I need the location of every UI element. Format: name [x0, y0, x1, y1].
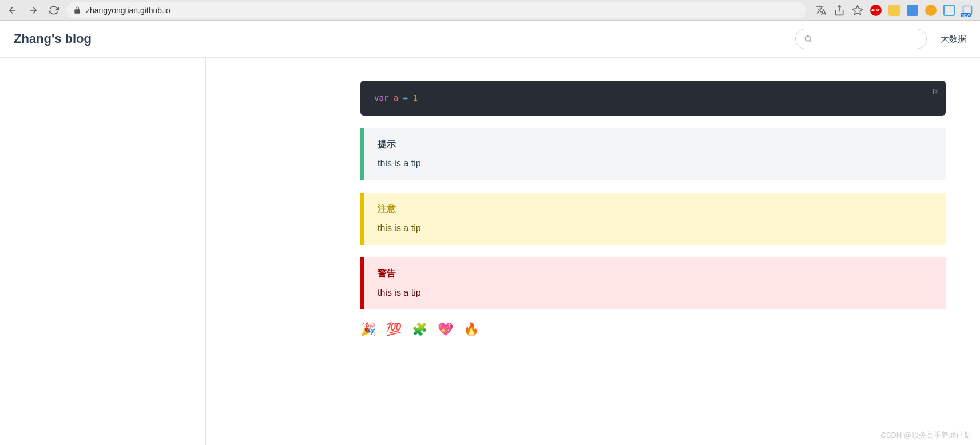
bookmark-star-icon[interactable]: [852, 5, 863, 16]
reload-button[interactable]: [46, 2, 62, 18]
warning-block: 注意 this is a tip: [360, 193, 946, 245]
code-lang-label: js: [933, 86, 938, 94]
svg-point-2: [806, 36, 811, 41]
content: js var a = 1 提示 this is a tip 注意 this is…: [206, 58, 980, 445]
search-box[interactable]: [795, 29, 927, 49]
nav-link-bigdata[interactable]: 大数据: [941, 34, 966, 45]
ext-orange-icon[interactable]: [925, 5, 937, 16]
browser-bar: zhangyongtian.github.io ABP New: [0, 0, 980, 21]
danger-block: 警告 this is a tip: [360, 257, 946, 309]
reload-icon: [49, 5, 59, 15]
layout: js var a = 1 提示 this is a tip 注意 this is…: [0, 58, 980, 445]
share-icon[interactable]: [834, 5, 845, 16]
blog-title[interactable]: Zhang's blog: [14, 31, 92, 46]
extension-icons: ABP New: [815, 5, 975, 16]
arrow-left-icon: [7, 5, 18, 15]
danger-body: this is a tip: [378, 288, 932, 298]
search-icon: [804, 34, 812, 43]
warning-body: this is a tip: [378, 223, 932, 233]
code-content: var a = 1: [374, 93, 418, 102]
ext-blue-icon[interactable]: [907, 5, 918, 16]
lock-icon: [73, 6, 81, 14]
page-header: Zhang's blog 大数据: [0, 21, 980, 58]
forward-button[interactable]: [25, 2, 41, 18]
back-button[interactable]: [5, 2, 21, 18]
search-input[interactable]: [818, 34, 918, 43]
code-block: js var a = 1: [360, 81, 946, 116]
token-identifier: a: [394, 93, 398, 102]
tip-body: this is a tip: [378, 158, 932, 169]
tip-block: 提示 this is a tip: [360, 128, 946, 180]
ext-new-icon[interactable]: New: [962, 5, 973, 16]
ext-lightblue-icon[interactable]: [943, 5, 955, 16]
arrow-right-icon: [28, 5, 38, 15]
token-keyword: var: [374, 93, 388, 102]
url-text: zhangyongtian.github.io: [86, 6, 170, 15]
danger-title: 警告: [378, 268, 932, 280]
tip-title: 提示: [378, 138, 932, 150]
token-operator: =: [403, 93, 408, 102]
ext-yellow-icon[interactable]: [888, 5, 900, 16]
translate-icon[interactable]: [815, 5, 827, 16]
sidebar: [0, 58, 206, 445]
abp-icon[interactable]: ABP: [870, 5, 882, 16]
svg-marker-0: [853, 5, 863, 14]
warning-title: 注意: [378, 203, 932, 215]
token-number: 1: [412, 93, 417, 102]
emoji-row: 🎉 💯 🧩 💖 🔥: [360, 322, 946, 337]
address-bar[interactable]: zhangyongtian.github.io: [66, 2, 806, 18]
